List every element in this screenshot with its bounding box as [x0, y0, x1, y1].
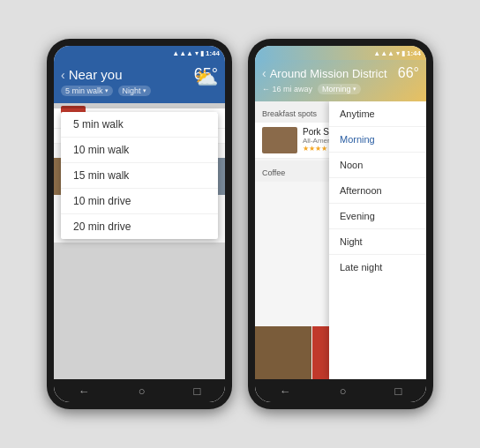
p2-wifi-icon: ▾ — [396, 49, 400, 57]
nav-back-icon[interactable]: ← — [79, 385, 90, 398]
status-icons: ▲▲▲ ▾ ▮ 1:44 — [172, 49, 220, 57]
scene: ▲▲▲ ▾ ▮ 1:44 ‹ Near you 65° 5 min wa — [0, 0, 480, 448]
header-title: Near you — [69, 67, 194, 82]
weather-icon: ⛅ — [194, 67, 218, 90]
p2-header-temp: 66° — [398, 65, 419, 81]
phone1-dropdown-overlay: 5 min walk 10 min walk 15 min walk 10 mi… — [54, 103, 225, 379]
walk-label: 5 min walk — [65, 86, 103, 95]
p2-dropdown-afternoon[interactable]: Afternoon — [329, 178, 426, 204]
p2-nav-back-icon[interactable]: ← — [280, 385, 291, 398]
chip-time-arrow-icon: ▾ — [143, 87, 146, 94]
phone2-status-icons: ▲▲▲ ▾ ▮ 1:44 — [373, 49, 421, 57]
phone2: ▲▲▲ ▾ ▮ 1:44 ‹ Around Mission District 6… — [248, 39, 433, 409]
walk-chip[interactable]: 5 min walk ▾ — [61, 86, 113, 96]
p2-header-subtitle: ← 16 mi away Morning ▾ — [262, 84, 419, 94]
p2-nav-home-icon[interactable]: ○ — [340, 385, 347, 398]
phone1: ▲▲▲ ▾ ▮ 1:44 ‹ Near you 65° 5 min wa — [47, 39, 232, 409]
nav-home-icon[interactable]: ○ — [139, 385, 146, 398]
phone2-nav-bar: ← ○ □ — [255, 379, 426, 402]
p2-back-icon[interactable]: ‹ — [262, 66, 266, 80]
p2-chip-arrow-icon: ▾ — [353, 86, 356, 93]
p2-battery-icon: ▮ — [401, 49, 405, 57]
p2-status-time: 1:44 — [407, 49, 421, 57]
battery-icon: ▮ — [200, 49, 204, 57]
p2-dropdown-evening[interactable]: Evening — [329, 204, 426, 229]
status-time: 1:44 — [206, 49, 220, 57]
p2-time-chip[interactable]: Morning ▾ — [318, 84, 361, 94]
dropdown-item-1[interactable]: 10 min walk — [61, 138, 218, 163]
chip-arrow-icon: ▾ — [105, 87, 109, 94]
p2-nav-recent-icon[interactable]: □ — [395, 385, 402, 398]
p2-dist-label: ← 16 mi away — [262, 85, 312, 93]
phone2-screen: ▲▲▲ ▾ ▮ 1:44 ‹ Around Mission District 6… — [255, 46, 426, 402]
p2-dropdown-anytime[interactable]: Anytime — [329, 101, 426, 127]
nav-recent-icon[interactable]: □ — [194, 385, 201, 398]
dropdown-item-4[interactable]: 20 min drive — [61, 214, 218, 239]
p2-signal-icon: ▲▲▲ — [373, 49, 394, 57]
phone1-status-bar: ▲▲▲ ▾ ▮ 1:44 — [54, 46, 225, 60]
place-thumb — [262, 127, 297, 153]
p2-header-row1: ‹ Around Mission District 66° — [262, 65, 419, 81]
back-icon[interactable]: ‹ — [61, 68, 65, 82]
dropdown-item-3[interactable]: 10 min drive — [61, 189, 218, 214]
phone1-nav-bar: ← ○ □ — [54, 379, 225, 402]
phone1-dropdown[interactable]: 5 min walk 10 min walk 15 min walk 10 mi… — [61, 112, 218, 239]
dropdown-item-2[interactable]: 15 min walk — [61, 163, 218, 189]
phone2-header: ‹ Around Mission District 66° ← 16 mi aw… — [255, 60, 426, 101]
p2-time-label: Morning — [322, 85, 351, 93]
p2-header-title: Around Mission District — [270, 67, 398, 80]
dropdown-item-0[interactable]: 5 min walk — [61, 112, 218, 138]
p2-dropdown-noon[interactable]: Noon — [329, 153, 426, 178]
phone2-dropdown[interactable]: Anytime Morning Noon Afternoon Evening N… — [329, 101, 426, 379]
p2-dropdown-latenight[interactable]: Late night — [329, 255, 426, 280]
phone1-content: B Mission MORE G Top restaurants — [54, 103, 225, 379]
phone1-screen: ▲▲▲ ▾ ▮ 1:44 ‹ Near you 65° 5 min wa — [54, 46, 225, 402]
p2-strip-1 — [255, 326, 311, 379]
signal-icon: ▲▲▲ — [172, 49, 193, 57]
overlay-top-space — [54, 103, 225, 108]
p2-cat-label: Breakfast spots — [262, 109, 317, 118]
phone2-status-bar: ▲▲▲ ▾ ▮ 1:44 — [255, 46, 426, 60]
p2-dropdown-night[interactable]: Night — [329, 229, 426, 255]
p2-cat-coffee-label: Coffee — [262, 168, 285, 177]
wifi-icon: ▾ — [195, 49, 199, 57]
phone2-content: Breakfast spots Pork Store Cafe Valencia… — [255, 101, 426, 379]
p2-dropdown-morning[interactable]: Morning — [329, 127, 426, 153]
time-chip[interactable]: Night ▾ — [118, 86, 151, 96]
overlay-bottom-dim — [54, 243, 225, 379]
phone1-header: ‹ Near you 65° 5 min walk ▾ Night ▾ — [54, 60, 225, 103]
time-label: Night — [123, 86, 141, 95]
place-stars: ★★★★ — [303, 145, 327, 153]
